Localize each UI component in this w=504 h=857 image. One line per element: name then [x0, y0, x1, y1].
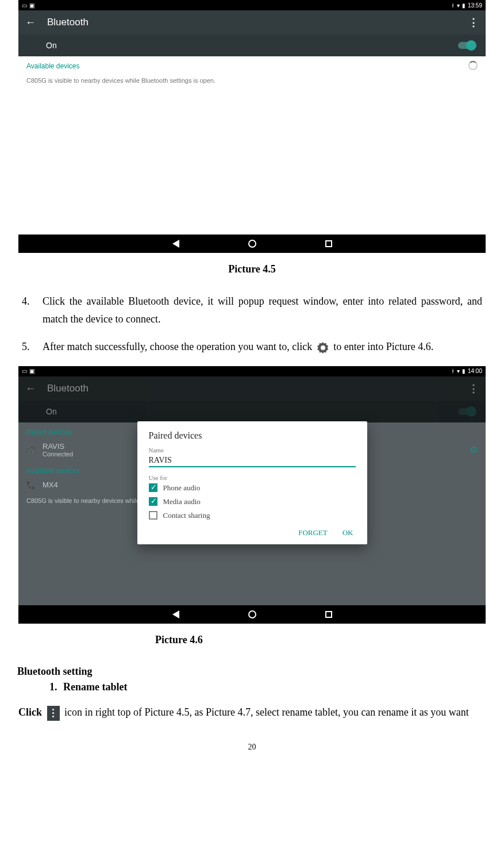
visibility-note: C805G is visible to nearby devices while…	[18, 72, 486, 89]
step-text: Click the available Bluetooth device, it…	[43, 293, 482, 328]
battery-icon: ▮	[462, 368, 465, 374]
checkbox-checked-icon	[149, 497, 157, 506]
app-bar: ← Bluetooth ⋮	[18, 376, 486, 401]
bluetooth-switch[interactable]	[458, 42, 475, 49]
toggle-label: On	[46, 41, 57, 50]
status-bar: ▭ ▣ ᚼ ▾ ▮ 14:00	[18, 366, 486, 376]
more-icon[interactable]: ⋮	[468, 16, 479, 29]
notification-icon: ▭	[22, 2, 27, 9]
page-number: 20	[11, 725, 493, 758]
bluetooth-icon: ᚼ	[451, 2, 455, 9]
page-title: Bluetooth	[47, 383, 457, 394]
toggle-row[interactable]: On	[18, 34, 486, 56]
phone-audio-option[interactable]: Phone audio	[149, 481, 356, 495]
nav-home-icon[interactable]	[248, 240, 256, 248]
nav-home-icon[interactable]	[248, 610, 256, 618]
device-status: Connected	[43, 451, 73, 458]
toggle-row: On	[18, 401, 486, 422]
notification-icon: ▣	[29, 2, 34, 9]
step-number: 5.	[22, 338, 30, 356]
clock: 14:00	[468, 368, 482, 374]
forget-button[interactable]: FORGET	[298, 528, 328, 537]
contact-sharing-option[interactable]: Contact sharing	[149, 509, 356, 522]
name-label: Name	[149, 447, 356, 454]
clock: 13:59	[468, 2, 482, 9]
more-icon: ⋮	[468, 382, 479, 395]
caption-4-5: Picture 4.5	[11, 253, 493, 293]
back-icon[interactable]: ←	[25, 17, 36, 28]
bluetooth-setting-heading: Bluetooth setting	[17, 666, 493, 678]
step-5: 5. After match successfully, choose the …	[22, 338, 482, 356]
back-icon: ←	[25, 383, 36, 394]
instruction-list: 4. Click the available Bluetooth device,…	[11, 293, 493, 356]
nav-bar	[18, 605, 486, 624]
step-number: 4.	[22, 293, 30, 328]
rename-paragraph: Click icon in right top of Picture 4.5, …	[11, 699, 493, 725]
bluetooth-switch	[458, 408, 475, 415]
wifi-icon: ▾	[457, 2, 460, 9]
notification-icon: ▭	[22, 368, 27, 374]
checkbox-checked-icon	[149, 483, 157, 492]
status-bar: ▭ ▣ ᚼ ▾ ▮ 13:59	[18, 0, 486, 10]
checkbox-empty-icon	[149, 511, 157, 520]
toggle-label: On	[46, 407, 57, 416]
ok-button[interactable]: OK	[343, 528, 353, 537]
page-title: Bluetooth	[47, 17, 457, 28]
caption-4-6: Picture 4.6	[11, 624, 493, 663]
nav-bar	[18, 235, 486, 253]
nav-recent-icon[interactable]	[325, 611, 332, 618]
nav-back-icon[interactable]	[172, 610, 179, 618]
available-devices-header: Available devices	[18, 56, 486, 72]
gear-icon	[317, 342, 329, 353]
step-text: After match successfully, choose the ope…	[43, 338, 433, 356]
bluetooth-icon: ᚼ	[451, 368, 455, 374]
device-name-input[interactable]: RAVIS	[149, 454, 356, 467]
wifi-icon: ▾	[457, 368, 460, 374]
use-for-label: Use for	[149, 474, 356, 481]
notification-icon: ▣	[29, 368, 34, 374]
screenshot-4-5: ▭ ▣ ᚼ ▾ ▮ 13:59 ← Bluetooth ⋮ On Availab…	[18, 0, 486, 253]
app-bar: ← Bluetooth ⋮	[18, 10, 486, 34]
paired-device-dialog: Paired devices Name RAVIS Use for Phone …	[137, 421, 367, 544]
gear-icon: ⚙	[470, 444, 478, 455]
step-4: 4. Click the available Bluetooth device,…	[22, 293, 482, 328]
rename-tablet-item: Rename tablet	[60, 681, 493, 693]
sub-list: Rename tablet	[11, 681, 493, 693]
dialog-title: Paired devices	[149, 431, 356, 441]
nav-back-icon[interactable]	[172, 240, 179, 248]
phone-icon: 📞	[26, 481, 36, 489]
headset-icon: 🎧	[26, 445, 36, 454]
content-area: Available devices C805G is visible to ne…	[18, 56, 486, 235]
screenshot-4-6-wrapper: ▭ ▣ ᚼ ▾ ▮ 14:00 ← Bluetooth ⋮ On Paired …	[18, 366, 486, 624]
device-name: MX4	[43, 481, 58, 489]
more-icon	[47, 706, 60, 721]
battery-icon: ▮	[462, 2, 465, 9]
nav-recent-icon[interactable]	[325, 240, 332, 247]
loading-icon	[468, 61, 478, 70]
media-audio-option[interactable]: Media audio	[149, 495, 356, 509]
device-name: RAVIS	[43, 442, 73, 451]
